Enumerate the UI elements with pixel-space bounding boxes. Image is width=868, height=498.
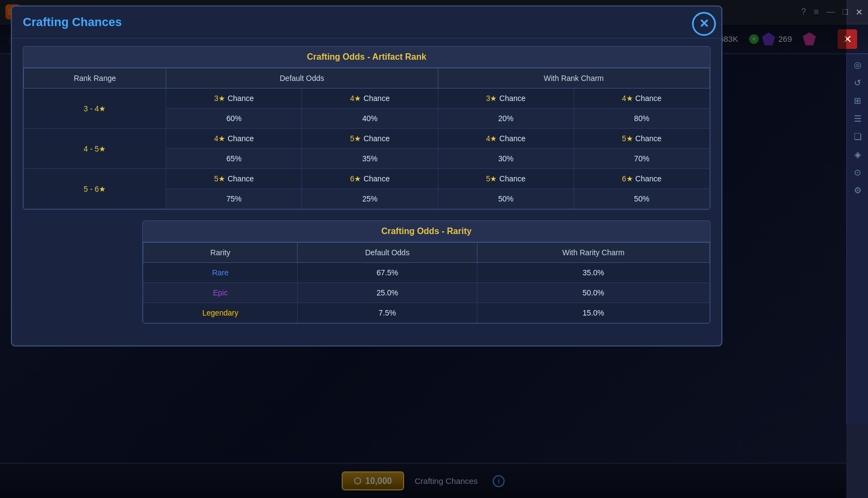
rarity-col-charm: With Rarity Charm: [477, 243, 709, 263]
rarity-legendary-default: 7.5%: [298, 303, 477, 323]
sub-col-default-4-3: 6★ Chance: [302, 169, 438, 189]
sidebar-icon-5[interactable]: ❏: [854, 131, 861, 142]
table-row: 5 - 6★ 5★ Chance 6★ Chance 5★ Chance 6★ …: [24, 169, 710, 189]
sidebar-icon-1[interactable]: ◎: [854, 60, 861, 70]
rarity-col-rarity: Rarity: [143, 243, 298, 263]
val-default-4-1: 40%: [302, 109, 438, 129]
rarity-rare-default: 67.5%: [298, 263, 477, 283]
col-default-odds: Default Odds: [166, 68, 438, 89]
rarity-table-title: Crafting Odds - Rarity: [143, 221, 710, 242]
val-charm-3-3: 50%: [438, 189, 574, 209]
artifact-rank-table-wrapper: Crafting Odds - Artifact Rank Rank Range…: [23, 46, 710, 210]
sub-col-default-4-1: 4★ Chance: [302, 89, 438, 109]
rarity-legendary: Legendary: [143, 303, 298, 323]
val-charm-3-1: 20%: [438, 109, 574, 129]
col-rank-range: Rank Range: [24, 68, 166, 89]
rarity-rare-charm: 35.0%: [477, 263, 709, 283]
sub-col-charm-4-1: 4★ Chance: [574, 89, 709, 109]
modal-close-button[interactable]: ✕: [692, 12, 716, 36]
rarity-epic: Epic: [143, 283, 298, 303]
sidebar-icon-4[interactable]: ☰: [854, 114, 861, 124]
val-default-3-2: 65%: [166, 149, 302, 169]
artifact-rank-table-title: Crafting Odds - Artifact Rank: [23, 47, 710, 68]
sidebar-icon-3[interactable]: ⊞: [854, 96, 861, 106]
rank-range-1: 3 - 4★: [24, 89, 166, 129]
table-row: 3 - 4★ 3★ Chance 4★ Chance 3★ Chance 4★ …: [24, 89, 710, 109]
col-with-rank-charm: With Rank Charm: [438, 68, 709, 89]
sub-col-default-3-1: 3★ Chance: [166, 89, 302, 109]
rarity-table: Rarity Default Odds With Rarity Charm Ra…: [143, 242, 710, 323]
sub-col-default-4-2: 5★ Chance: [302, 129, 438, 149]
val-default-3-1: 60%: [166, 109, 302, 129]
table-row: Legendary 7.5% 15.0%: [143, 303, 710, 323]
val-default-4-2: 35%: [302, 149, 438, 169]
modal-body: Crafting Odds - Artifact Rank Rank Range…: [12, 39, 721, 345]
rank-range-3: 5 - 6★: [24, 169, 166, 209]
val-charm-3-2: 30%: [438, 149, 574, 169]
table-row: Rare 67.5% 35.0%: [143, 263, 710, 283]
close-app-icon[interactable]: ✕: [856, 7, 863, 17]
val-charm-4-3: 50%: [574, 189, 709, 209]
sub-col-charm-3-2: 4★ Chance: [438, 129, 574, 149]
artifact-rank-section: Crafting Odds - Artifact Rank Rank Range…: [23, 46, 710, 210]
rarity-rare: Rare: [143, 263, 298, 283]
rarity-col-default: Default Odds: [298, 243, 477, 263]
modal-overlay: Crafting Chances ✕ Crafting Odds - Artif…: [0, 0, 846, 498]
modal-header: Crafting Chances: [12, 7, 721, 39]
table-row: 4 - 5★ 4★ Chance 5★ Chance 4★ Chance 5★ …: [24, 129, 710, 149]
sidebar-icon-6[interactable]: ◈: [854, 149, 861, 160]
crafting-chances-modal: Crafting Chances ✕ Crafting Odds - Artif…: [11, 5, 722, 346]
sub-col-charm-3-3: 5★ Chance: [438, 169, 574, 189]
rarity-epic-default: 25.0%: [298, 283, 477, 303]
sub-col-charm-4-3: 6★ Chance: [574, 169, 709, 189]
sub-col-charm-4-2: 5★ Chance: [574, 129, 709, 149]
val-charm-4-2: 70%: [574, 149, 709, 169]
val-default-3-3: 75%: [166, 189, 302, 209]
table-row: Epic 25.0% 50.0%: [143, 283, 710, 303]
sidebar-icon-2[interactable]: ↺: [854, 78, 861, 88]
rarity-legendary-charm: 15.0%: [477, 303, 709, 323]
right-sidebar: ◎ ↺ ⊞ ☰ ❏ ◈ ⊙ ⚙: [846, 54, 868, 424]
rarity-section: Crafting Odds - Rarity Rarity Default Od…: [142, 220, 710, 324]
rank-range-2: 4 - 5★: [24, 129, 166, 169]
rarity-table-wrapper: Crafting Odds - Rarity Rarity Default Od…: [142, 220, 710, 324]
sub-col-default-3-2: 4★ Chance: [166, 129, 302, 149]
sidebar-icon-8[interactable]: ⚙: [854, 185, 861, 196]
artifact-rank-table: Rank Range Default Odds With Rank Charm …: [23, 68, 710, 209]
val-charm-4-1: 80%: [574, 109, 709, 129]
rarity-epic-charm: 50.0%: [477, 283, 709, 303]
modal-title: Crafting Chances: [23, 15, 122, 29]
val-default-4-3: 25%: [302, 189, 438, 209]
sub-col-charm-3-1: 3★ Chance: [438, 89, 574, 109]
sidebar-icon-7[interactable]: ⊙: [854, 167, 861, 178]
sub-col-default-3-3: 5★ Chance: [166, 169, 302, 189]
